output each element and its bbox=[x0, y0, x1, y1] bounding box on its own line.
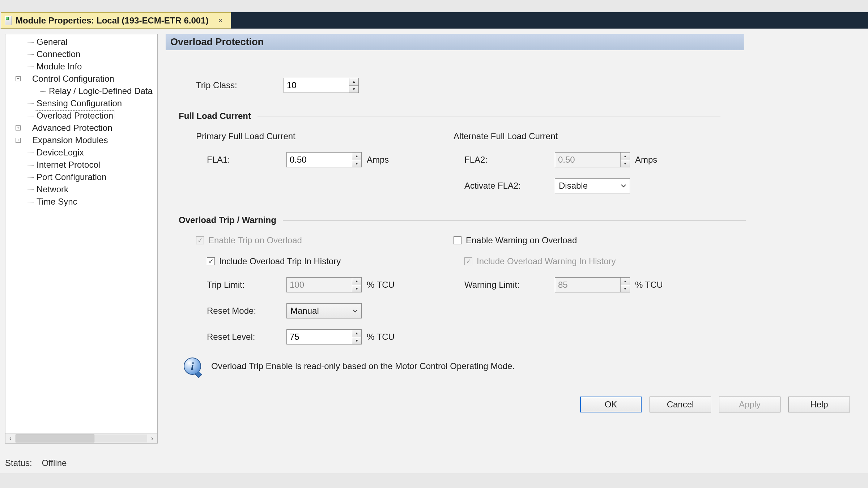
otw-left: ✓ Enable Trip on Overload ✓ Include Over… bbox=[179, 235, 454, 355]
spinner-down-icon: ▼ bbox=[621, 285, 630, 292]
otw-columns: ✓ Enable Trip on Overload ✓ Include Over… bbox=[179, 235, 850, 355]
fla1-input[interactable] bbox=[287, 153, 352, 167]
trip-limit-unit: % TCU bbox=[367, 280, 395, 290]
help-button[interactable]: Help bbox=[788, 397, 850, 412]
spinner-down-icon[interactable]: ▼ bbox=[352, 160, 361, 167]
enable-warning-checkbox[interactable] bbox=[454, 236, 461, 244]
module-icon bbox=[5, 16, 12, 25]
tree-item-control-configuration[interactable]: −Control Configuration bbox=[5, 73, 157, 85]
spinner-up-icon: ▲ bbox=[621, 153, 630, 160]
row-enable-trip: ✓ Enable Trip on Overload bbox=[196, 235, 454, 245]
close-icon[interactable]: ✕ bbox=[216, 17, 224, 25]
trip-class-input[interactable] bbox=[284, 78, 349, 93]
ok-button[interactable]: OK bbox=[580, 397, 642, 412]
tree-item-devicelogix[interactable]: ······DeviceLogix bbox=[5, 146, 157, 159]
tree-item-label: Port Configuration bbox=[35, 172, 108, 182]
chevron-down-icon[interactable] bbox=[617, 179, 630, 193]
tree-item-network[interactable]: ······Network bbox=[5, 183, 157, 196]
scroll-thumb[interactable] bbox=[16, 435, 94, 442]
spinner-up-icon: ▲ bbox=[621, 278, 630, 285]
spinner-down-icon[interactable]: ▼ bbox=[352, 337, 361, 344]
fla2-spinner: ▲ ▼ bbox=[555, 152, 630, 167]
spinner-up-icon[interactable]: ▲ bbox=[349, 78, 358, 86]
tree-item-internet-protocol[interactable]: ······Internet Protocol bbox=[5, 159, 157, 171]
tree-item-label: Advanced Protection bbox=[31, 123, 114, 133]
spinner-up-icon: ▲ bbox=[352, 278, 361, 285]
chevron-down-icon[interactable] bbox=[349, 304, 361, 318]
tab-title: Module Properties: Local (193-ECM-ETR 6.… bbox=[16, 16, 208, 26]
spinner-down-icon: ▼ bbox=[621, 160, 630, 167]
alt-flc-header: Alternate Full Load Current bbox=[454, 131, 850, 141]
group-full-load-current: Full Load Current bbox=[179, 111, 850, 121]
apply-button: Apply bbox=[719, 397, 780, 412]
tree-item-module-info[interactable]: ······Module Info bbox=[5, 60, 157, 73]
activate-fla2-dropdown[interactable]: Disable bbox=[555, 178, 630, 193]
status-label: Status: bbox=[5, 458, 32, 468]
row-include-warning-history: ✓ Include Overload Warning In History bbox=[454, 256, 850, 266]
tree-item-expansion-modules[interactable]: +Expansion Modules bbox=[5, 134, 157, 146]
group-otw-label: Overload Trip / Warning bbox=[179, 215, 276, 225]
tree-item-connection[interactable]: ······Connection bbox=[5, 48, 157, 60]
tree-item-port-configuration[interactable]: ······Port Configuration bbox=[5, 171, 157, 183]
tree-connector-icon: ······ bbox=[27, 186, 34, 193]
tree-connector-icon: ······ bbox=[27, 161, 34, 169]
fla1-label: FLA1: bbox=[196, 155, 286, 165]
flc-columns: Primary Full Load Current FLA1: ▲ ▼ Amps bbox=[179, 131, 850, 204]
tree-item-label: Sensing Configuration bbox=[35, 98, 123, 108]
reset-mode-value: Manual bbox=[290, 306, 319, 316]
enable-warning-label: Enable Warning on Overload bbox=[466, 235, 577, 245]
activate-fla2-value: Disable bbox=[559, 181, 588, 191]
sidebar: ······General······Connection······Modul… bbox=[5, 34, 158, 468]
reset-level-spinner[interactable]: ▲ ▼ bbox=[286, 329, 362, 344]
include-trip-history-label: Include Overload Trip In History bbox=[219, 256, 341, 266]
fla2-input bbox=[555, 153, 620, 167]
tree-item-label: Time Sync bbox=[35, 197, 78, 207]
tree-item-overload-protection[interactable]: ······Overload Protection bbox=[5, 110, 157, 122]
main-panel: Overload Protection Trip Class: ▲ ▼ bbox=[158, 34, 863, 468]
tree-item-label: Overload Protection bbox=[35, 111, 115, 121]
activate-fla2-label: Activate FLA2: bbox=[454, 181, 555, 191]
tree-item-sensing-configuration[interactable]: ······Sensing Configuration bbox=[5, 97, 157, 110]
enable-trip-label: Enable Trip on Overload bbox=[208, 235, 302, 245]
group-overload-trip-warning: Overload Trip / Warning bbox=[179, 215, 850, 225]
tree-expander-icon[interactable]: − bbox=[16, 76, 21, 81]
spinner-up-icon[interactable]: ▲ bbox=[352, 330, 361, 337]
fla1-spinner[interactable]: ▲ ▼ bbox=[286, 152, 362, 167]
trip-limit-label: Trip Limit: bbox=[207, 280, 286, 290]
tree-item-label: General bbox=[35, 37, 69, 47]
status-line: Status: Offline bbox=[5, 458, 158, 468]
tree-item-label: DeviceLogix bbox=[35, 147, 85, 158]
include-trip-history-checkbox[interactable]: ✓ bbox=[207, 257, 215, 265]
enable-trip-checkbox: ✓ bbox=[196, 236, 204, 244]
tree-item-label: Internet Protocol bbox=[35, 160, 102, 170]
row-trip-class: Trip Class: ▲ ▼ bbox=[179, 78, 850, 93]
reset-level-unit: % TCU bbox=[367, 332, 395, 342]
otw-right: Enable Warning on Overload ✓ Include Ove… bbox=[454, 235, 850, 355]
tree-expander-icon[interactable]: + bbox=[16, 138, 21, 143]
info-text: Overload Trip Enable is read-only based … bbox=[211, 361, 515, 371]
document-tab[interactable]: Module Properties: Local (193-ECM-ETR 6.… bbox=[1, 12, 231, 29]
reset-level-input[interactable] bbox=[287, 330, 352, 344]
tree-hscrollbar[interactable]: ‹ › bbox=[5, 433, 158, 444]
scroll-left-icon[interactable]: ‹ bbox=[6, 435, 15, 442]
scroll-track[interactable] bbox=[16, 435, 147, 442]
nav-tree[interactable]: ······General······Connection······Modul… bbox=[5, 34, 158, 433]
tree-item-label: Relay / Logic-Defined Data bbox=[47, 86, 154, 96]
form-content: Trip Class: ▲ ▼ Full Load Current bbox=[166, 50, 863, 412]
tree-item-advanced-protection[interactable]: +Advanced Protection bbox=[5, 122, 157, 134]
trip-class-spinner[interactable]: ▲ ▼ bbox=[284, 78, 359, 93]
tree-item-general[interactable]: ······General bbox=[5, 36, 157, 48]
row-fla2: FLA2: ▲ ▼ Amps bbox=[454, 152, 850, 167]
cancel-button[interactable]: Cancel bbox=[650, 397, 711, 412]
scroll-right-icon[interactable]: › bbox=[148, 435, 157, 442]
tree-item-time-sync[interactable]: ······Time Sync bbox=[5, 196, 157, 208]
flc-primary-col: Primary Full Load Current FLA1: ▲ ▼ Amps bbox=[179, 131, 454, 204]
tree-item-relay-logic-defined-data[interactable]: ······Relay / Logic-Defined Data bbox=[5, 85, 157, 97]
reset-mode-dropdown[interactable]: Manual bbox=[286, 303, 362, 318]
spinner-down-icon[interactable]: ▼ bbox=[349, 86, 358, 93]
tree-connector-icon: ······ bbox=[39, 87, 46, 95]
tree-connector-icon: ······ bbox=[27, 112, 34, 120]
window-frame: Module Properties: Local (193-ECM-ETR 6.… bbox=[0, 0, 868, 488]
tree-expander-icon[interactable]: + bbox=[16, 125, 21, 130]
spinner-up-icon[interactable]: ▲ bbox=[352, 153, 361, 160]
